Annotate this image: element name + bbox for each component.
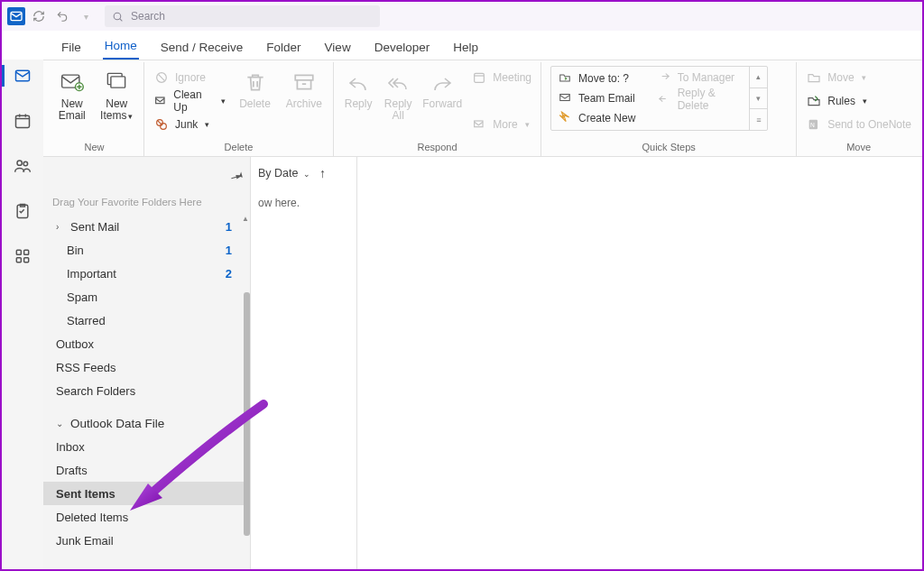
folder-drafts[interactable]: Drafts [43,458,250,482]
meeting-button[interactable]: Meeting [471,68,531,87]
move-label: Move [827,71,854,84]
tab-developer[interactable]: Developer [373,35,432,60]
tab-send-receive[interactable]: Send / Receive [159,35,245,60]
move-button[interactable]: Move▾ [806,68,911,87]
folder-inbox[interactable]: Inbox [43,435,250,458]
rail-people-icon[interactable] [10,153,35,179]
tab-home[interactable]: Home [103,33,139,60]
folder-tree[interactable]: ▲ ›Sent Mail1 Bin1 Important2 Spam Starr… [43,215,250,569]
respond-more-icon [471,116,487,133]
qs-team-email[interactable]: Team Email [559,91,643,106]
folder-count: 2 [226,267,241,281]
svg-rect-20 [475,73,485,82]
svg-rect-14 [111,77,125,87]
junk-icon [153,116,170,133]
reply-all-button[interactable]: Reply All [383,66,413,122]
search-icon [112,11,124,23]
qs-to-manager[interactable]: To Manager [658,69,743,85]
reply-all-icon [383,68,413,97]
tab-help[interactable]: Help [451,35,480,60]
sort-by-date[interactable]: By Date ⌄ [258,167,310,180]
sort-label: By Date [258,167,298,180]
reply-all-label: Reply All [384,98,412,122]
cleanup-button[interactable]: Clean Up▾ [153,91,226,111]
ribbon-group-delete-label: Delete [153,140,324,154]
folder-section-label: Outlook Data File [70,417,164,430]
new-email-icon [57,68,88,97]
rail-calendar-icon[interactable] [10,108,35,134]
folder-label: Outbox [56,337,94,351]
new-items-button[interactable]: New Items▾ [99,66,135,122]
folder-spam[interactable]: Spam [43,285,250,309]
reply-button[interactable]: Reply [343,66,374,110]
to-manager-icon [658,69,670,85]
delete-icon [240,68,271,97]
rules-button[interactable]: Rules▾ [806,91,911,111]
folder-outbox[interactable]: Outbox [43,332,250,355]
folder-label: Starred [67,314,106,327]
create-new-icon [559,111,571,126]
qat-customize-icon[interactable]: ▾ [76,6,96,26]
team-email-icon [559,91,571,106]
new-items-label: New Items [100,97,127,122]
svg-text:N: N [810,122,815,128]
folder-section-outlook-data-file[interactable]: ⌄Outlook Data File [43,411,250,435]
respond-more-button[interactable]: More▾ [471,115,531,134]
ignore-label: Ignore [175,71,206,84]
sort-direction-icon[interactable]: ↑ [319,166,326,180]
qs-create-new[interactable]: Create New [559,111,643,126]
reading-pane [357,157,922,569]
rail-mail-icon[interactable] [10,63,35,88]
qat-undo-icon[interactable] [52,6,72,26]
folder-rss-feeds[interactable]: RSS Feeds [43,355,250,379]
ribbon: New Email New Items▾ New [43,60,922,157]
new-email-button[interactable]: New Email [54,66,90,122]
empty-list-hint: ow here. [258,197,349,209]
forward-button[interactable]: Forward [422,66,462,110]
search-box[interactable]: Search [105,5,380,27]
pin-icon[interactable] [230,169,245,186]
tab-folder[interactable]: Folder [264,35,302,60]
reply-icon [343,68,374,97]
folder-label: Junk Email [56,534,114,548]
outlook-app-icon [7,7,25,25]
qs-to-manager-label: To Manager [678,71,735,84]
svg-rect-16 [156,97,164,104]
svg-rect-3 [16,115,30,127]
junk-button[interactable]: Junk▾ [153,115,226,134]
folder-bin[interactable]: Bin1 [43,238,250,262]
tab-view[interactable]: View [323,35,353,60]
qs-move-to[interactable]: Move to: ? [559,71,643,87]
folder-sent-items[interactable]: Sent Items [43,482,250,505]
svg-rect-21 [475,121,483,127]
rail-more-icon[interactable] [10,244,35,269]
move-icon [806,69,822,86]
folder-starred[interactable]: Starred [43,309,250,332]
archive-button[interactable]: Archive [284,66,324,110]
ribbon-group-move-label: Move [806,140,911,154]
qat-sync-icon[interactable] [29,6,49,26]
favorites-placeholder: Drag Your Favorite Folders Here [43,197,250,215]
folder-scrollbar[interactable] [244,215,250,569]
folder-sent-mail[interactable]: ›Sent Mail1 [43,215,250,238]
rail-tasks-icon[interactable] [10,198,35,224]
delete-button[interactable]: Delete [235,66,274,110]
tab-file[interactable]: File [60,35,83,60]
send-onenote-button[interactable]: NSend to OneNote [806,115,911,134]
folder-label: Drafts [56,464,88,477]
folder-search-folders[interactable]: Search Folders [43,379,250,402]
ribbon-group-new-label: New [54,140,134,154]
folder-junk-email[interactable]: Junk Email [43,529,250,552]
ignore-button[interactable]: Ignore [153,68,226,87]
folder-pane: Drag Your Favorite Folders Here ▲ ›Sent … [43,157,251,569]
folder-deleted-items[interactable]: Deleted Items [43,505,250,529]
reply-delete-icon [658,92,670,107]
qs-reply-delete[interactable]: Reply & Delete [658,87,743,112]
quick-steps-gallery[interactable]: Move to: ? Team Email Create New To Mana… [550,66,768,131]
folder-count: 1 [226,244,241,257]
qs-create-new-label: Create New [578,112,635,124]
folder-important[interactable]: Important2 [43,262,250,285]
quick-steps-scroll[interactable]: ▴▾≡ [749,67,767,130]
folder-label: Search Folders [56,384,135,398]
new-email-label: New Email [59,98,86,122]
